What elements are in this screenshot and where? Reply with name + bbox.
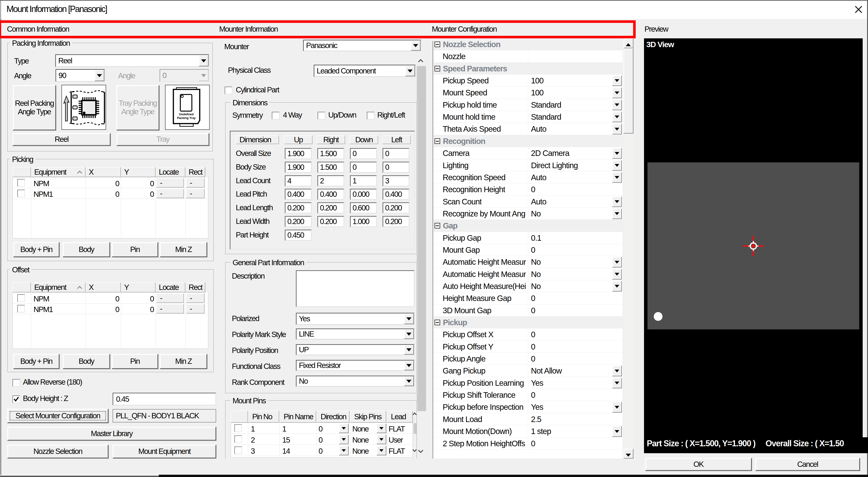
- svg-text:Undefined: Undefined: [179, 112, 194, 116]
- svg-text:Packing Tray: Packing Tray: [177, 116, 196, 120]
